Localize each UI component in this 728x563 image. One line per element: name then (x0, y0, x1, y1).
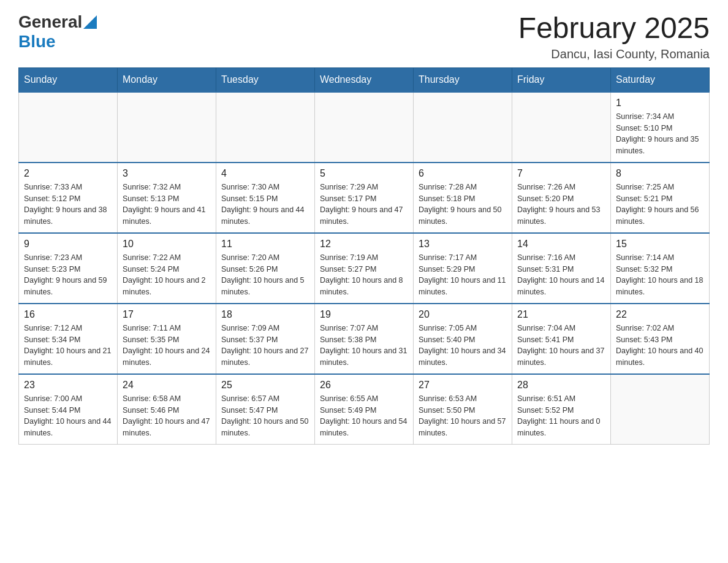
day-cell: 12Sunrise: 7:19 AM Sunset: 5:27 PM Dayli… (315, 233, 414, 304)
day-cell: 25Sunrise: 6:57 AM Sunset: 5:47 PM Dayli… (216, 374, 315, 445)
day-cell (414, 92, 512, 163)
day-number: 9 (24, 239, 112, 250)
day-info: Sunrise: 7:00 AM Sunset: 5:44 PM Dayligh… (24, 393, 112, 439)
day-cell: 13Sunrise: 7:17 AM Sunset: 5:29 PM Dayli… (414, 233, 512, 304)
week-row-2: 2Sunrise: 7:33 AM Sunset: 5:12 PM Daylig… (19, 163, 710, 233)
svg-marker-0 (83, 15, 97, 29)
day-info: Sunrise: 7:02 AM Sunset: 5:43 PM Dayligh… (616, 323, 704, 369)
logo-blue: Blue (18, 32, 56, 52)
day-number: 26 (320, 380, 408, 391)
day-cell: 6Sunrise: 7:28 AM Sunset: 5:18 PM Daylig… (414, 163, 512, 233)
day-cell: 24Sunrise: 6:58 AM Sunset: 5:46 PM Dayli… (118, 374, 216, 445)
day-cell: 19Sunrise: 7:07 AM Sunset: 5:38 PM Dayli… (315, 304, 414, 374)
day-number: 7 (517, 168, 605, 179)
day-info: Sunrise: 7:20 AM Sunset: 5:26 PM Dayligh… (221, 252, 309, 298)
day-info: Sunrise: 6:53 AM Sunset: 5:50 PM Dayligh… (419, 393, 507, 439)
day-cell (216, 92, 315, 163)
day-number: 2 (24, 168, 112, 179)
day-cell (315, 92, 414, 163)
day-cell: 20Sunrise: 7:05 AM Sunset: 5:40 PM Dayli… (414, 304, 512, 374)
day-info: Sunrise: 7:11 AM Sunset: 5:35 PM Dayligh… (123, 323, 211, 369)
day-cell: 5Sunrise: 7:29 AM Sunset: 5:17 PM Daylig… (315, 163, 414, 233)
calendar-subtitle: Dancu, Iasi County, Romania (518, 47, 710, 61)
day-info: Sunrise: 7:04 AM Sunset: 5:41 PM Dayligh… (517, 323, 605, 369)
day-info: Sunrise: 7:05 AM Sunset: 5:40 PM Dayligh… (419, 323, 507, 369)
day-number: 5 (320, 168, 408, 179)
day-number: 11 (221, 239, 309, 250)
day-number: 6 (419, 168, 507, 179)
day-info: Sunrise: 7:26 AM Sunset: 5:20 PM Dayligh… (517, 182, 605, 228)
col-header-tuesday: Tuesday (216, 67, 315, 92)
day-info: Sunrise: 7:16 AM Sunset: 5:31 PM Dayligh… (517, 252, 605, 298)
day-cell: 21Sunrise: 7:04 AM Sunset: 5:41 PM Dayli… (512, 304, 611, 374)
day-cell: 8Sunrise: 7:25 AM Sunset: 5:21 PM Daylig… (611, 163, 710, 233)
day-info: Sunrise: 7:14 AM Sunset: 5:32 PM Dayligh… (616, 252, 704, 298)
day-number: 28 (517, 380, 605, 391)
day-cell (512, 92, 611, 163)
day-info: Sunrise: 7:33 AM Sunset: 5:12 PM Dayligh… (24, 182, 112, 228)
day-info: Sunrise: 7:28 AM Sunset: 5:18 PM Dayligh… (419, 182, 507, 228)
day-info: Sunrise: 7:17 AM Sunset: 5:29 PM Dayligh… (419, 252, 507, 298)
day-cell: 1Sunrise: 7:34 AM Sunset: 5:10 PM Daylig… (611, 92, 710, 163)
week-row-5: 23Sunrise: 7:00 AM Sunset: 5:44 PM Dayli… (19, 374, 710, 445)
day-cell: 16Sunrise: 7:12 AM Sunset: 5:34 PM Dayli… (19, 304, 118, 374)
day-cell: 17Sunrise: 7:11 AM Sunset: 5:35 PM Dayli… (118, 304, 216, 374)
day-number: 27 (419, 380, 507, 391)
day-info: Sunrise: 7:09 AM Sunset: 5:37 PM Dayligh… (221, 323, 309, 369)
page-header: General Blue February 2025 Dancu, Iasi C… (18, 12, 710, 61)
week-row-1: 1Sunrise: 7:34 AM Sunset: 5:10 PM Daylig… (19, 92, 710, 163)
day-number: 18 (221, 309, 309, 320)
day-cell (118, 92, 216, 163)
day-info: Sunrise: 7:30 AM Sunset: 5:15 PM Dayligh… (221, 182, 309, 228)
day-number: 21 (517, 309, 605, 320)
calendar-table: SundayMondayTuesdayWednesdayThursdayFrid… (18, 67, 710, 445)
day-cell: 2Sunrise: 7:33 AM Sunset: 5:12 PM Daylig… (19, 163, 118, 233)
col-header-sunday: Sunday (19, 67, 118, 92)
day-number: 25 (221, 380, 309, 391)
day-cell: 15Sunrise: 7:14 AM Sunset: 5:32 PM Dayli… (611, 233, 710, 304)
col-header-saturday: Saturday (611, 67, 710, 92)
day-number: 14 (517, 239, 605, 250)
day-info: Sunrise: 7:34 AM Sunset: 5:10 PM Dayligh… (616, 111, 704, 157)
day-cell: 11Sunrise: 7:20 AM Sunset: 5:26 PM Dayli… (216, 233, 315, 304)
day-cell: 23Sunrise: 7:00 AM Sunset: 5:44 PM Dayli… (19, 374, 118, 445)
day-info: Sunrise: 7:23 AM Sunset: 5:23 PM Dayligh… (24, 252, 112, 298)
day-info: Sunrise: 6:55 AM Sunset: 5:49 PM Dayligh… (320, 393, 408, 439)
day-cell (611, 374, 710, 445)
col-header-thursday: Thursday (414, 67, 512, 92)
day-cell: 27Sunrise: 6:53 AM Sunset: 5:50 PM Dayli… (414, 374, 512, 445)
day-number: 3 (123, 168, 211, 179)
day-info: Sunrise: 7:07 AM Sunset: 5:38 PM Dayligh… (320, 323, 408, 369)
col-header-wednesday: Wednesday (315, 67, 414, 92)
day-number: 16 (24, 309, 112, 320)
day-cell: 14Sunrise: 7:16 AM Sunset: 5:31 PM Dayli… (512, 233, 611, 304)
day-info: Sunrise: 6:58 AM Sunset: 5:46 PM Dayligh… (123, 393, 211, 439)
day-number: 22 (616, 309, 704, 320)
logo-general: General (18, 12, 82, 32)
day-number: 24 (123, 380, 211, 391)
header-row: SundayMondayTuesdayWednesdayThursdayFrid… (19, 67, 710, 92)
week-row-4: 16Sunrise: 7:12 AM Sunset: 5:34 PM Dayli… (19, 304, 710, 374)
title-block: February 2025 Dancu, Iasi County, Romani… (518, 12, 710, 61)
logo-triangle-icon (83, 15, 97, 29)
day-cell: 9Sunrise: 7:23 AM Sunset: 5:23 PM Daylig… (19, 233, 118, 304)
day-cell: 7Sunrise: 7:26 AM Sunset: 5:20 PM Daylig… (512, 163, 611, 233)
day-cell: 10Sunrise: 7:22 AM Sunset: 5:24 PM Dayli… (118, 233, 216, 304)
day-number: 15 (616, 239, 704, 250)
day-number: 1 (616, 98, 704, 109)
day-info: Sunrise: 7:19 AM Sunset: 5:27 PM Dayligh… (320, 252, 408, 298)
col-header-monday: Monday (118, 67, 216, 92)
day-number: 4 (221, 168, 309, 179)
day-info: Sunrise: 7:29 AM Sunset: 5:17 PM Dayligh… (320, 182, 408, 228)
day-number: 8 (616, 168, 704, 179)
week-row-3: 9Sunrise: 7:23 AM Sunset: 5:23 PM Daylig… (19, 233, 710, 304)
day-cell: 28Sunrise: 6:51 AM Sunset: 5:52 PM Dayli… (512, 374, 611, 445)
day-number: 17 (123, 309, 211, 320)
day-info: Sunrise: 7:32 AM Sunset: 5:13 PM Dayligh… (123, 182, 211, 228)
day-number: 10 (123, 239, 211, 250)
day-info: Sunrise: 6:57 AM Sunset: 5:47 PM Dayligh… (221, 393, 309, 439)
day-cell: 18Sunrise: 7:09 AM Sunset: 5:37 PM Dayli… (216, 304, 315, 374)
day-cell: 3Sunrise: 7:32 AM Sunset: 5:13 PM Daylig… (118, 163, 216, 233)
day-cell (19, 92, 118, 163)
day-info: Sunrise: 7:22 AM Sunset: 5:24 PM Dayligh… (123, 252, 211, 298)
